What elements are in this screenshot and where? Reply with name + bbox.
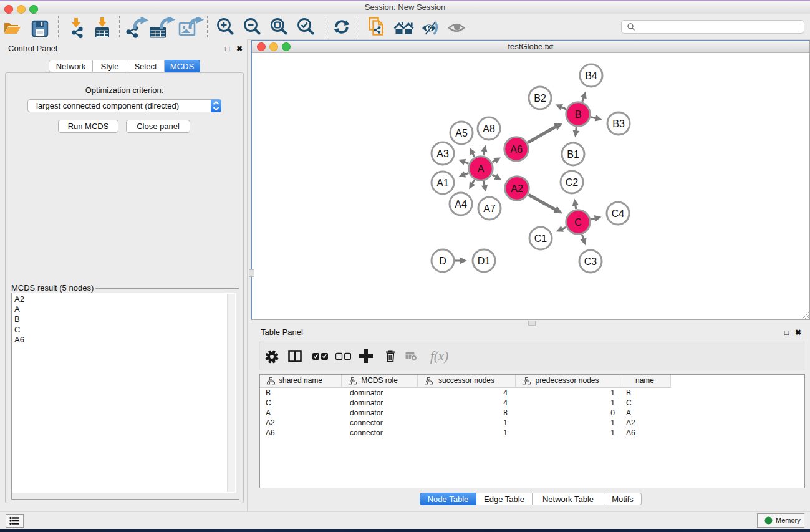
svg-text:B4: B4 (585, 70, 597, 81)
svg-text:B: B (575, 109, 582, 120)
svg-text:D: D (439, 256, 446, 266)
svg-text:A5: A5 (455, 128, 468, 138)
svg-text:A3: A3 (436, 148, 449, 159)
svg-text:D1: D1 (478, 256, 491, 266)
svg-text:B1: B1 (567, 149, 579, 160)
svg-text:B3: B3 (612, 118, 625, 129)
svg-text:C1: C1 (534, 233, 547, 244)
svg-text:C4: C4 (612, 208, 625, 219)
svg-text:C2: C2 (566, 177, 579, 188)
svg-text:A: A (478, 163, 485, 174)
svg-text:B2: B2 (534, 93, 546, 104)
svg-text:A1: A1 (436, 178, 449, 188)
svg-text:A6: A6 (510, 144, 523, 155)
svg-text:A8: A8 (483, 123, 495, 134)
svg-text:C3: C3 (584, 256, 597, 267)
svg-text:C: C (574, 217, 582, 228)
svg-text:A2: A2 (511, 183, 523, 194)
svg-text:A4: A4 (455, 199, 467, 210)
svg-text:A7: A7 (483, 203, 496, 214)
